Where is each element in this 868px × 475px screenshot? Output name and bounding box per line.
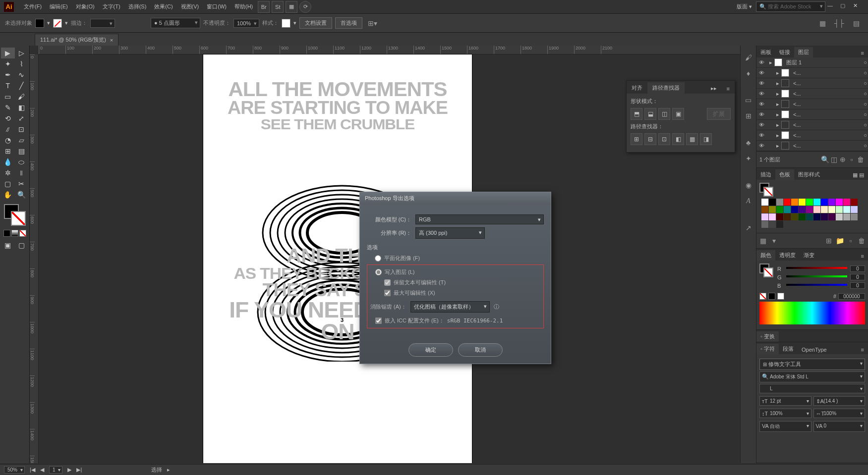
crop-icon[interactable]: ◧ [672,133,684,145]
menu-object[interactable]: 对象(O) [72,3,99,10]
nav-first-icon[interactable]: |◀ [30,467,35,473]
tab-transform[interactable]: ◦ 变换 [756,331,779,342]
canvas-area[interactable]: 0100200300400500600700800900100011001200… [30,46,740,463]
exclude-icon[interactable]: ▣ [672,108,684,120]
width-tool[interactable]: ⫽ [1,124,15,135]
stroke-weight-dropdown[interactable] [90,19,115,28]
minus-back-icon[interactable]: ◨ [700,133,712,145]
swatch[interactable] [761,206,768,213]
swatch[interactable] [761,199,768,206]
gradient-mode-swatch[interactable] [11,230,18,237]
rectangle-tool[interactable]: ▭ [1,91,15,102]
panel-collapse-icon[interactable]: ▸▸ [706,83,722,94]
screen-mode-full[interactable]: ▢ [15,240,29,251]
g-value[interactable]: 0 [850,274,865,280]
zoom-tool[interactable]: 🔍 [15,189,29,200]
arrange-icon[interactable]: ▦ [286,1,297,13]
pen-tool[interactable]: ✒ [1,69,15,80]
swatch[interactable] [791,206,798,213]
resolution-dropdown[interactable]: 高 (300 ppi) [415,227,485,239]
swatch[interactable] [799,199,806,206]
layer-row[interactable]: 👁▸<...○ [756,120,868,130]
swatch[interactable] [851,206,858,213]
swatch[interactable] [806,213,813,220]
swatch[interactable] [821,199,828,206]
font-size-dropdown[interactable]: 12 pt [759,396,811,406]
menu-view[interactable]: 视图(V) [177,3,203,10]
swatch[interactable] [806,206,813,213]
lasso-tool[interactable]: ⌇ [15,58,29,69]
strip-sparkle-icon[interactable]: ✦ [742,152,755,165]
strip-symbols-icon[interactable]: ♦ [742,66,755,80]
layer-row[interactable]: 👁▸<...○ [756,99,868,109]
intersect-icon[interactable]: ◫ [658,108,670,120]
swatch[interactable] [843,206,850,213]
tab-graphic-styles[interactable]: 图形样式 [794,169,824,180]
tab-color[interactable]: 颜色 [756,250,775,261]
swatch[interactable] [776,206,783,213]
shaper-tool[interactable]: ✎ [1,102,15,113]
tab-artboards[interactable]: 画板 [756,47,775,57]
none-mode-swatch[interactable] [19,230,26,237]
rotate-tool[interactable]: ⟲ [1,113,15,124]
strip-export-icon[interactable]: ↗ [742,221,755,235]
tab-stroke[interactable]: 描边 [756,169,775,180]
layer-row[interactable]: 👁▸<...○ [756,68,868,78]
swatch[interactable] [761,221,768,228]
stock-icon[interactable]: St [272,1,284,13]
stroke-swatch[interactable] [53,19,62,28]
color-model-dropdown[interactable]: RGB [415,214,544,224]
perspective-tool[interactable]: ▱ [15,135,29,146]
tab-pathfinder[interactable]: 路径查找器 [647,82,685,94]
merge-icon[interactable]: ⊡ [658,133,670,145]
control-extra-icon[interactable]: ▦ [815,16,829,30]
swatch[interactable] [776,213,783,220]
font-style-dropdown[interactable]: L [759,384,865,393]
menu-edit[interactable]: 编辑(E) [46,3,72,10]
r-value[interactable]: 0 [850,265,865,272]
panel-menu-icon[interactable]: ≡ [857,345,868,354]
eraser-tool[interactable]: ◧ [15,102,29,113]
touch-type-button[interactable]: ⊞ 修饰文字工具 [759,359,865,370]
locate-layer-icon[interactable]: 🔍 [820,155,829,164]
adobe-stock-search[interactable]: 🔍 搜索 Adobe Stock [756,1,825,12]
swatch[interactable] [843,199,850,206]
layer-row[interactable]: 👁▸<...○ [756,141,868,151]
control-extra2-icon[interactable]: ┤├ [832,16,846,30]
kerning-dropdown[interactable]: 自动 [759,421,811,432]
max-editability-checkbox[interactable]: 最大可编辑性 (X) [367,288,543,298]
swatch-options-icon[interactable]: ⊞ [824,236,833,245]
tab-close-icon[interactable]: × [110,37,113,43]
type-tool[interactable]: T [1,80,15,91]
swatch[interactable] [769,221,776,228]
swatch[interactable] [828,206,835,213]
ok-button[interactable]: 确定 [408,343,453,357]
panel-menu-icon[interactable]: ≡ [857,252,868,261]
minus-front-icon[interactable]: ⬓ [644,108,656,120]
swatch[interactable] [799,213,806,220]
tab-gradient[interactable]: 渐变 [800,250,818,261]
document-tab[interactable]: 111.ai* @ 50% (RGB/预览) × [35,34,118,46]
menu-help[interactable]: 帮助(H) [231,3,257,10]
swatch[interactable] [791,199,798,206]
swatch[interactable] [836,199,843,206]
maximize-button[interactable]: ▢ [840,2,849,11]
magic-wand-tool[interactable]: ✦ [1,58,15,69]
new-sublayer-icon[interactable]: ⊕ [838,155,847,164]
stroke-color[interactable] [11,211,26,226]
swatch[interactable] [776,199,783,206]
dialog-title[interactable]: Photoshop 导出选项 [360,192,551,205]
swatch[interactable] [828,213,835,220]
fill-swatch[interactable] [35,19,44,28]
layer-row[interactable]: 👁▸<...○ [756,78,868,89]
tracking-dropdown[interactable]: 0 [813,421,866,432]
vscale-dropdown[interactable]: 100% [759,409,811,418]
panel-menu-icon[interactable]: ≡ [722,84,735,94]
delete-swatch-icon[interactable]: 🗑 [857,236,866,245]
swatch[interactable] [769,206,776,213]
free-transform-tool[interactable]: ⊡ [15,124,29,135]
strip-character-icon[interactable]: A [742,194,755,208]
status-menu-icon[interactable]: ▸ [167,467,170,473]
shape-builder-tool[interactable]: ◔ [1,135,15,146]
swatch[interactable] [806,199,813,206]
